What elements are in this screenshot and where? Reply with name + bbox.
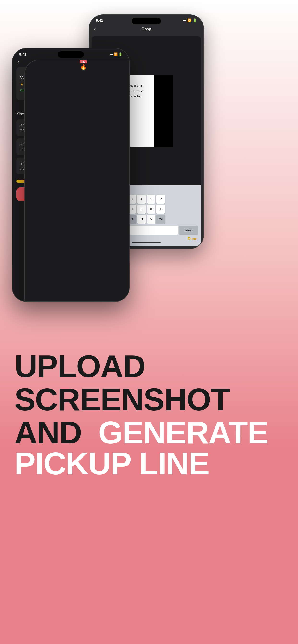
key-i[interactable]: I xyxy=(137,194,146,204)
return-key[interactable]: return xyxy=(179,226,198,235)
wifi-icon: 🛜 xyxy=(187,18,192,22)
phone-back-nav: ‹ Crop xyxy=(89,24,203,34)
pro-badge: PRO 🔥 xyxy=(25,60,129,302)
star-1: ★ xyxy=(20,82,24,86)
phone-front: 9:41 ▪▪▪ 🛜 🔋 ‹ Play on Words PRO 🔥 xyxy=(12,48,129,302)
signal-icon-front: ▪▪▪ xyxy=(110,52,113,56)
key-k[interactable]: K xyxy=(147,204,156,214)
text-section: UPLOAD SCREENSHOT AND GENERATE PICKUP LI… xyxy=(0,336,298,499)
back-button[interactable]: ‹ xyxy=(94,26,96,32)
front-back-button[interactable]: ‹ xyxy=(17,59,19,66)
pro-label: PRO xyxy=(80,60,87,64)
signal-icon: ▪▪▪ xyxy=(183,18,186,22)
headline-line-4: PICKUP LINE xyxy=(14,447,284,480)
crop-black-area xyxy=(154,75,173,147)
key-j[interactable]: J xyxy=(137,204,146,214)
key-n[interactable]: N xyxy=(137,215,146,224)
phone-front-nav: ‹ Play on Words PRO 🔥 xyxy=(13,58,129,67)
nav-title: Crop xyxy=(141,26,152,32)
done-button[interactable]: Done xyxy=(188,237,197,241)
battery-icon: 🔋 xyxy=(193,18,197,22)
headline-line-3: AND GENERATE xyxy=(14,416,284,450)
headline-line-2: SCREENSHOT xyxy=(14,383,284,416)
wifi-icon-front: 🛜 xyxy=(114,52,117,56)
key-m[interactable]: M xyxy=(147,215,156,224)
phone-back-status-icons: ▪▪▪ 🛜 🔋 xyxy=(183,18,197,22)
phone-back-notch xyxy=(132,18,161,24)
backspace-key[interactable]: ⌫ xyxy=(157,215,165,224)
phone-front-status-icons: ▪▪▪ 🛜 🔋 xyxy=(110,52,122,56)
phones-section: 9:41 ▪▪▪ 🛜 🔋 ‹ Crop ur urself a deal. I'… xyxy=(0,0,298,336)
headline-line-1: UPLOAD xyxy=(14,350,284,383)
key-l[interactable]: L xyxy=(157,204,165,214)
phone-back-time: 9:41 xyxy=(96,18,103,22)
key-o[interactable]: O xyxy=(147,194,156,204)
battery-icon-front: 🔋 xyxy=(118,52,122,56)
phone-front-notch xyxy=(58,51,84,58)
flame-icon: 🔥 xyxy=(80,64,87,70)
key-p[interactable]: P xyxy=(157,194,165,204)
phone-front-time: 9:41 xyxy=(19,52,26,56)
